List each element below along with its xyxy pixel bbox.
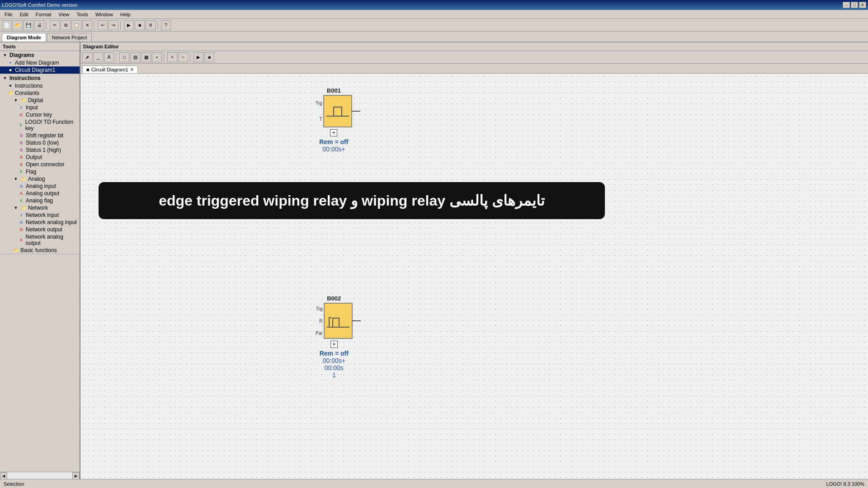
- tb-undo[interactable]: ↩: [98, 20, 108, 30]
- b002-expand-btn[interactable]: +: [330, 341, 338, 348]
- scroll-track: [7, 472, 72, 479]
- basic-functions-item[interactable]: 📁 Basic functions: [0, 247, 80, 254]
- analog-input-label: Analog input: [26, 183, 56, 189]
- item-status0[interactable]: S Status 0 (low): [0, 139, 80, 146]
- dt-select[interactable]: ⬈: [82, 52, 92, 62]
- item-analog-input[interactable]: A Analog input: [0, 183, 80, 190]
- tb-save[interactable]: 💾: [24, 20, 33, 30]
- dt-zoom-out[interactable]: −: [178, 52, 188, 62]
- tb-stop[interactable]: ■: [135, 20, 145, 30]
- item-network-output[interactable]: O Network output: [0, 226, 80, 233]
- dt-b4[interactable]: ▪: [152, 52, 162, 62]
- tb-open[interactable]: 📂: [13, 20, 23, 30]
- dt-sim2[interactable]: ■: [204, 52, 214, 62]
- menu-format[interactable]: Format: [33, 11, 54, 18]
- dt-b1[interactable]: □: [119, 52, 129, 62]
- menu-window[interactable]: Window: [93, 11, 116, 18]
- block-b001: B001 Trg T: [316, 87, 352, 153]
- item-analog-output[interactable]: A Analog output: [0, 190, 80, 197]
- item-output[interactable]: X Output: [0, 154, 80, 161]
- digital-folder-item[interactable]: ▼ 📁 Digital: [0, 97, 80, 104]
- menu-edit[interactable]: Edit: [17, 11, 31, 18]
- tb-pause[interactable]: ⏸: [146, 20, 156, 30]
- item-status1[interactable]: S Status 1 (high): [0, 146, 80, 154]
- analog-input-icon: A: [18, 183, 24, 189]
- b001-expand-btn[interactable]: +: [330, 129, 337, 136]
- item-analog-flag[interactable]: A Analog flag: [0, 197, 80, 204]
- input-label: Input: [26, 104, 38, 111]
- menu-help[interactable]: Help: [118, 11, 133, 18]
- minimize-btn[interactable]: –: [843, 2, 850, 8]
- item-open-conn[interactable]: X Open connector: [0, 161, 80, 168]
- restore-btn[interactable]: □: [851, 2, 858, 8]
- item-shift-reg[interactable]: S Shift register bit: [0, 132, 80, 139]
- tree-scroll[interactable]: ▼ Diagrams + Add New Diagram ■ Circuit D…: [0, 51, 80, 472]
- svg-rect-4: [327, 327, 349, 328]
- item-cursor-key[interactable]: C Cursor key: [0, 111, 80, 118]
- tb-start[interactable]: ▶: [124, 20, 134, 30]
- circuit-diagram-tab[interactable]: ■ Circuit Diagram1 ✕: [82, 66, 138, 73]
- add-new-diagram-item[interactable]: + Add New Diagram: [0, 59, 80, 66]
- dt-zoom-in[interactable]: +: [167, 52, 177, 62]
- item-network-analog-output[interactable]: A Network analog output: [0, 233, 80, 247]
- b001-rem: Rem = off: [319, 138, 348, 145]
- status0-label: Status 0 (low): [26, 140, 59, 146]
- item-network-analog-input[interactable]: A Network analog input: [0, 219, 80, 226]
- expand-icon: ▼: [2, 52, 8, 58]
- add-diagram-icon: +: [7, 60, 14, 66]
- flag-icon: F: [18, 169, 24, 175]
- instructions-expand-icon: ▼: [2, 75, 8, 81]
- dt-b2[interactable]: ▨: [130, 52, 140, 62]
- instructions-sub-item[interactable]: ▼ Instructions: [0, 82, 80, 89]
- close-tab-btn[interactable]: ✕: [130, 67, 134, 72]
- item-input[interactable]: I Input: [0, 104, 80, 111]
- b002-pins: Trg R Par: [316, 306, 323, 336]
- sep4: [157, 21, 159, 30]
- analog-output-icon: A: [18, 190, 24, 197]
- tb-copy[interactable]: ⧉: [61, 20, 71, 30]
- title-bar-controls[interactable]: – □ ✕: [843, 2, 866, 8]
- b002-value: 1: [332, 371, 336, 379]
- tb-help[interactable]: ?: [161, 20, 171, 30]
- menu-file[interactable]: File: [2, 11, 15, 18]
- diagrams-header[interactable]: ▼ Diagrams: [0, 51, 80, 59]
- b002-body: [324, 303, 353, 339]
- b001-waveform: [326, 102, 349, 120]
- b002-time1: 00:00s+: [323, 357, 345, 364]
- circuit-diagram-tab-icon: ■: [86, 67, 90, 72]
- tb-paste[interactable]: 📋: [71, 20, 81, 30]
- menu-tools[interactable]: Tools: [74, 11, 91, 18]
- dt-b3[interactable]: ▩: [141, 52, 151, 62]
- tab-network-project[interactable]: Network Project: [47, 33, 92, 42]
- circuit-diagram1-item[interactable]: ■ Circuit Diagram1: [0, 66, 80, 74]
- analog-folder-item[interactable]: ▼ 📁 Analog: [0, 175, 80, 183]
- item-flag[interactable]: F Flag: [0, 168, 80, 175]
- instructions-header[interactable]: ▼ Instructions: [0, 74, 80, 82]
- b001-t-pin: T: [320, 117, 322, 122]
- instructions-sub-expand: ▼: [7, 83, 14, 89]
- network-folder-item[interactable]: ▼ 📁 Network: [0, 204, 80, 211]
- menu-bar: File Edit Format View Tools Window Help: [0, 10, 868, 19]
- tb-print[interactable]: 🖨: [34, 20, 44, 30]
- constants-folder-icon: 📁: [7, 90, 14, 96]
- output-icon: X: [18, 154, 24, 160]
- tb-redo[interactable]: ↪: [108, 20, 118, 30]
- menu-view[interactable]: View: [56, 11, 72, 18]
- scroll-right[interactable]: ▶: [72, 472, 80, 479]
- tb-cut[interactable]: ✂: [50, 20, 60, 30]
- dt-text[interactable]: A: [104, 52, 114, 62]
- item-network-input[interactable]: I Network input: [0, 211, 80, 219]
- b001-output-line: [351, 111, 360, 112]
- scroll-left[interactable]: ◀: [0, 472, 7, 479]
- constants-item[interactable]: 📁 Constants: [0, 89, 80, 97]
- tb-delete[interactable]: ✕: [82, 20, 92, 30]
- b002-time2: 00:00s: [325, 364, 344, 371]
- tab-diagram-mode[interactable]: Diagram Mode: [2, 33, 46, 42]
- instructions-group: ▼ Instructions ▼ Instructions 📁 Constant…: [0, 74, 80, 254]
- dt-wire[interactable]: ⎯: [93, 52, 103, 62]
- close-btn[interactable]: ✕: [859, 2, 866, 8]
- item-logo-td[interactable]: F LOGO! TD Function key: [0, 118, 80, 132]
- dt-sim1[interactable]: ▶: [193, 52, 203, 62]
- tb-new[interactable]: 📄: [2, 20, 12, 30]
- main-toolbar: 📄 📂 💾 🖨 ✂ ⧉ 📋 ✕ ↩ ↪ ▶ ■ ⏸ ?: [0, 19, 868, 32]
